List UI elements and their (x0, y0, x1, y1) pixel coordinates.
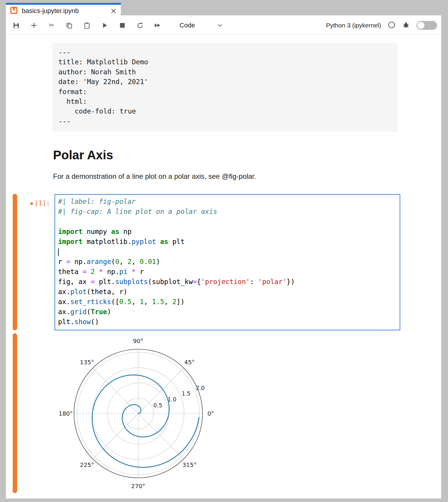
svg-text:0°: 0° (207, 410, 214, 417)
svg-text:270°: 270° (131, 483, 145, 490)
cut-icon[interactable]: ✂ (48, 22, 55, 29)
svg-text:1.5: 1.5 (182, 390, 190, 397)
notebook-file-icon (10, 6, 18, 15)
svg-text:45°: 45° (184, 359, 195, 366)
markdown-paragraph: For a demonstration of a line plot on a … (53, 172, 256, 181)
kernel-name[interactable]: Python 3 (ipykernel) (326, 22, 381, 29)
svg-text:90°: 90° (133, 337, 143, 344)
svg-text:315°: 315° (182, 461, 197, 468)
notebook-toolbar: ✂ (6, 17, 441, 34)
code-editor-lines: #| label: fig-polar#| fig-cap: A line pl… (58, 196, 397, 327)
cell-type-dropdown[interactable]: Code (179, 22, 195, 29)
output-collapser-bar[interactable] (13, 333, 17, 493)
toggle-knob (417, 22, 424, 29)
save-button[interactable] (13, 22, 20, 29)
execution-dot (30, 202, 33, 205)
run-icon[interactable] (101, 22, 108, 29)
debugger-bug-icon[interactable] (402, 21, 410, 30)
restart-kernel-icon[interactable] (136, 22, 144, 29)
stop-icon[interactable] (119, 22, 126, 29)
tab-basics-jupyter[interactable]: basics-jupyter.ipynb (6, 3, 121, 17)
output-area: 0°45°90°135°180°225°270°315°0.51.01.52.0 (56, 333, 221, 493)
svg-text:180°: 180° (59, 410, 73, 417)
svg-text:135°: 135° (80, 359, 94, 366)
input-collapser-bar[interactable] (13, 194, 17, 330)
svg-text:1.0: 1.0 (167, 396, 176, 403)
paste-icon[interactable] (83, 22, 90, 29)
polar-chart: 0°45°90°135°180°225°270°315°0.51.01.52.0 (56, 333, 221, 493)
copy-icon[interactable] (66, 22, 73, 29)
svg-text:2.0: 2.0 (196, 385, 205, 391)
close-icon[interactable] (110, 8, 117, 14)
chevron-down-icon[interactable] (216, 22, 223, 29)
jupyterlab-window: basics-jupyter.ipynb ✂ (6, 3, 441, 498)
svg-text:225°: 225° (80, 461, 94, 468)
fast-forward-icon[interactable] (154, 22, 161, 29)
execution-prompt: [1]: (24, 199, 50, 207)
raw-yaml-cell[interactable]: --- title: Matplotlib Demo author: Norah… (52, 43, 397, 132)
add-cell-button[interactable] (30, 22, 37, 29)
code-editor[interactable]: #| label: fig-polar#| fig-cap: A line pl… (55, 194, 400, 330)
page-title: Polar Axis (53, 148, 113, 162)
svg-text:0.5: 0.5 (153, 402, 162, 409)
collaboration-toggle[interactable] (416, 21, 437, 30)
kernel-status-icon[interactable] (388, 21, 396, 30)
tab-title: basics-jupyter.ipynb (22, 7, 110, 15)
